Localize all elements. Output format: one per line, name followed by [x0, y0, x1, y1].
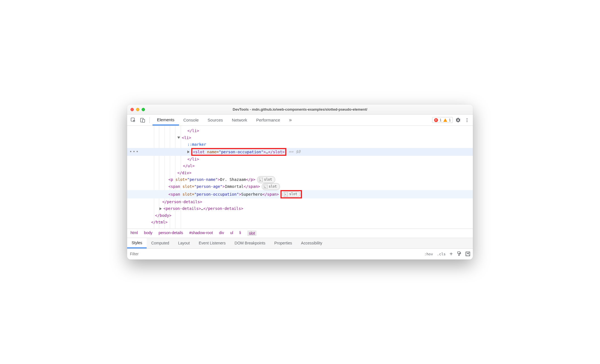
- styles-filter-input[interactable]: [130, 252, 420, 256]
- tree-row[interactable]: </div>: [127, 169, 473, 176]
- subtab-event-listeners[interactable]: Event Listeners: [194, 238, 230, 248]
- elements-tree[interactable]: </li> <li> ::marker ••• <slot name="pers…: [127, 126, 473, 229]
- collapse-icon[interactable]: [177, 137, 180, 139]
- subtab-styles[interactable]: Styles: [127, 238, 147, 248]
- minimize-icon[interactable]: [136, 108, 139, 111]
- warning-count: 1: [449, 118, 451, 122]
- tab-performance[interactable]: Performance: [252, 115, 285, 125]
- tree-row[interactable]: <span slot="person-occupation">Superhero…: [127, 190, 473, 198]
- titlebar: DevTools - mdn.github.io/web-components-…: [127, 105, 473, 115]
- main-toolbar: Elements Console Sources Network Perform…: [127, 115, 473, 126]
- tree-row[interactable]: </ul>: [127, 162, 473, 169]
- reveal-slot-badge[interactable]: slot: [282, 191, 300, 197]
- tree-row[interactable]: <person-details>…</person-details>: [127, 205, 473, 212]
- kebab-icon[interactable]: [463, 117, 471, 124]
- tree-row[interactable]: <p slot="person-name">Dr. Shazaam</p>slo…: [127, 176, 473, 183]
- tab-elements[interactable]: Elements: [153, 115, 179, 125]
- tree-row[interactable]: </body>: [127, 212, 473, 219]
- traffic-lights: [130, 108, 145, 111]
- tree-row[interactable]: ::marker: [127, 141, 473, 148]
- computed-toggle-icon[interactable]: [466, 252, 470, 256]
- svg-point-3: [467, 118, 468, 119]
- tree-row[interactable]: <span slot="person-age">Immortal</span>s…: [127, 183, 473, 190]
- subtab-layout[interactable]: Layout: [174, 238, 194, 248]
- svg-rect-2: [142, 119, 145, 122]
- devtools-window: DevTools - mdn.github.io/web-components-…: [127, 105, 473, 259]
- breadcrumb-item[interactable]: person-details: [159, 230, 183, 236]
- tree-row[interactable]: <li>: [127, 134, 473, 141]
- breadcrumb: html body person-details #shadow-root di…: [127, 229, 473, 238]
- svg-rect-6: [458, 252, 460, 253]
- expand-icon[interactable]: [187, 151, 190, 153]
- tree-row-selected[interactable]: ••• <slot name="person-occupation">…</sl…: [127, 148, 473, 156]
- subtab-properties[interactable]: Properties: [270, 238, 297, 248]
- divider: [149, 117, 150, 123]
- subtab-computed[interactable]: Computed: [147, 238, 174, 248]
- slot-icon: [284, 193, 288, 196]
- cls-button[interactable]: .cls: [437, 252, 446, 256]
- breadcrumb-item[interactable]: html: [130, 230, 138, 236]
- breadcrumb-item[interactable]: ul: [230, 230, 233, 236]
- tree-row[interactable]: </li>: [127, 127, 473, 134]
- warning-icon: [443, 118, 447, 122]
- breadcrumb-item[interactable]: div: [219, 230, 224, 236]
- breadcrumb-item[interactable]: li: [239, 230, 241, 236]
- panel-tabs: Elements Console Sources Network Perform…: [153, 115, 296, 125]
- tab-sources[interactable]: Sources: [203, 115, 228, 125]
- device-icon[interactable]: [139, 116, 147, 124]
- tree-row[interactable]: </li>: [127, 156, 473, 163]
- tab-console[interactable]: Console: [179, 115, 203, 125]
- tab-network[interactable]: Network: [228, 115, 252, 125]
- breadcrumb-item[interactable]: body: [144, 230, 152, 236]
- reveal-slot-badge[interactable]: slot: [257, 176, 275, 183]
- gutter-menu-icon[interactable]: •••: [129, 148, 139, 156]
- slot-icon: [264, 185, 267, 188]
- settings-icon[interactable]: [454, 117, 462, 124]
- close-icon[interactable]: [130, 108, 134, 111]
- svg-point-5: [467, 121, 468, 122]
- issues-badge[interactable]: × 1 1: [432, 117, 453, 123]
- subtab-accessibility[interactable]: Accessibility: [297, 238, 327, 248]
- error-icon: ×: [434, 118, 438, 122]
- maximize-icon[interactable]: [142, 108, 145, 111]
- reveal-slot-badge[interactable]: slot: [262, 183, 280, 190]
- styles-toolbar: :hov .cls +: [127, 248, 473, 259]
- svg-point-4: [467, 120, 468, 120]
- breadcrumb-item[interactable]: #shadow-root: [189, 230, 213, 236]
- highlight-box: <slot name="person-occupation">…</slot>: [191, 148, 286, 156]
- error-count: 1: [440, 118, 442, 122]
- tree-row[interactable]: </person-details>: [127, 198, 473, 205]
- tree-row[interactable]: </html>: [127, 219, 473, 226]
- expand-icon[interactable]: [159, 207, 162, 210]
- hov-button[interactable]: :hov: [424, 252, 433, 256]
- highlight-box: slot: [280, 190, 302, 198]
- paint-icon[interactable]: [457, 251, 462, 257]
- subtab-dom-breakpoints[interactable]: DOM Breakpoints: [230, 238, 270, 248]
- window-title: DevTools - mdn.github.io/web-components-…: [127, 107, 473, 111]
- new-rule-icon[interactable]: +: [449, 251, 453, 257]
- svg-rect-7: [459, 255, 459, 256]
- more-tabs-icon[interactable]: »: [285, 115, 296, 125]
- breadcrumb-item-current[interactable]: slot: [247, 230, 257, 236]
- slot-icon: [259, 178, 263, 181]
- inspect-icon[interactable]: [129, 116, 137, 124]
- styles-tabs: Styles Computed Layout Event Listeners D…: [127, 238, 473, 248]
